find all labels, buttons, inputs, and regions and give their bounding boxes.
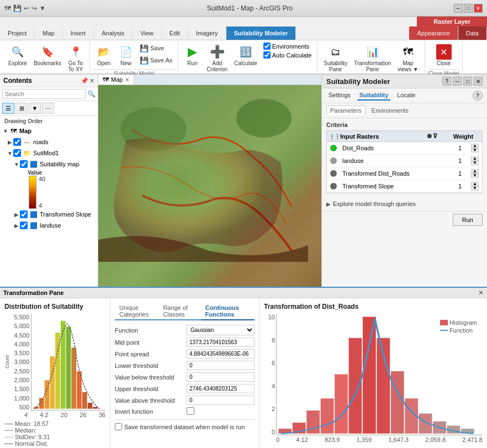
tab-appearance[interactable]: Appearance <box>409 27 458 40</box>
quick-access-dropdown[interactable]: ▼ <box>39 4 46 12</box>
transformed-slope-checkbox[interactable] <box>20 210 28 218</box>
weight-down-1[interactable]: ▼ <box>471 148 479 152</box>
contents-actions[interactable]: 📌 ✕ <box>81 77 94 85</box>
criteria-row-4[interactable]: Transformed Slope 1 ▲ ▼ <box>327 180 482 193</box>
goto-xy-button[interactable]: 📍 Go ToTo XY <box>65 43 86 74</box>
subtab-environments[interactable]: Environments <box>368 106 412 115</box>
run-model-button[interactable]: Run <box>453 214 483 226</box>
contents-search-bar[interactable]: 🔍 <box>0 87 98 101</box>
suitability-pane-button[interactable]: 🗂 SuitabilityPane <box>321 43 350 74</box>
weight-down-3[interactable]: ▼ <box>471 173 479 178</box>
list-view-button[interactable]: ☰ <box>2 103 14 114</box>
func-tab-continuous[interactable]: Continuous Functions <box>201 303 255 320</box>
weight-spinner-1[interactable]: ▲ ▼ <box>471 144 480 152</box>
lower-threshold-input[interactable] <box>187 361 255 370</box>
criteria-row-2[interactable]: landuse 1 ▲ ▼ <box>327 155 482 167</box>
map-views-button[interactable]: 🗺 Mapviews ▼ <box>395 43 421 74</box>
new-button[interactable]: 📄 New <box>115 43 136 68</box>
map-tab[interactable]: 🗺 Map ✕ <box>98 75 134 85</box>
weight-spinner-2[interactable]: ▲ ▼ <box>471 156 480 165</box>
expand-roads-icon[interactable]: ▶ <box>7 139 13 145</box>
auto-calculate-checkbox-row[interactable]: Auto Calculate <box>263 51 312 59</box>
subtab-parameters[interactable]: Parameters <box>326 106 366 115</box>
modeler-panel-controls[interactable]: ? ─ □ ✕ <box>442 77 483 86</box>
modeler-help-button[interactable]: ? <box>442 77 451 86</box>
quick-access-undo[interactable]: ↩ <box>24 4 29 12</box>
auto-calculate-checkbox[interactable] <box>263 51 271 59</box>
minimize-button[interactable]: ─ <box>454 4 463 13</box>
layer-suitability-map[interactable]: ▼ 🟦 Suitability map <box>0 159 98 170</box>
close-button[interactable]: ✕ <box>474 4 483 13</box>
tab-project[interactable]: Project <box>0 27 35 40</box>
transformation-pane-close-button[interactable]: ✕ <box>478 289 484 297</box>
close-model-button[interactable]: ✕ Close <box>433 43 454 68</box>
run-ribbon-button[interactable]: ▶ Run <box>182 43 203 68</box>
tab-suitability-modeler[interactable]: Suitability Modeler <box>226 27 297 40</box>
expand-suitmod1-icon[interactable]: ▼ <box>7 150 13 156</box>
more-options-button[interactable]: ··· <box>42 103 54 114</box>
title-bar-left-icons[interactable]: 🗺 💾 ↩ ↪ ▼ <box>4 4 46 12</box>
tab-edit[interactable]: Edit <box>162 27 188 40</box>
midpoint-value[interactable] <box>187 338 255 347</box>
thumbnail-view-button[interactable]: ⊞ <box>15 103 28 114</box>
tab-insert[interactable]: Insert <box>63 27 94 40</box>
header-add-controls[interactable]: ⊕ ⊽ <box>427 133 447 140</box>
calculate-button[interactable]: 🔢 Calculate <box>231 43 260 68</box>
save-transformed-checkbox[interactable] <box>115 423 122 430</box>
expand-trans-slope-icon[interactable]: ▶ <box>13 212 20 218</box>
modeler-min-button[interactable]: ─ <box>453 77 462 86</box>
tab-data[interactable]: Data <box>458 27 487 40</box>
save-as-button[interactable]: 💾 Save As <box>137 55 174 66</box>
weight-down-4[interactable]: ▼ <box>471 186 479 191</box>
window-controls[interactable]: ─ □ ✕ <box>454 4 483 13</box>
suitmod1-checkbox[interactable] <box>13 149 21 157</box>
weight-spinner-3[interactable]: ▲ ▼ <box>471 169 480 178</box>
criteria-row-3[interactable]: Transformed Dist_Roads 1 ▲ ▼ <box>327 167 482 180</box>
weight-spinner-4[interactable]: ▲ ▼ <box>471 182 480 191</box>
environments-checkbox-row[interactable]: Environments <box>263 43 312 50</box>
layer-map[interactable]: ▼ 🗺 Map <box>0 125 98 136</box>
invert-function-value[interactable] <box>187 407 255 416</box>
save-button[interactable]: 💾 Save <box>137 43 174 54</box>
tab-analysis[interactable]: Analysis <box>94 27 133 40</box>
value-above-value[interactable] <box>187 396 255 405</box>
tab-map[interactable]: Map <box>35 27 62 40</box>
transformation-pane-button[interactable]: 📊 TransformationPane <box>351 43 394 74</box>
tab-suitability[interactable]: Suitability <box>357 91 391 101</box>
roads-checkbox[interactable] <box>13 138 21 146</box>
value-above-input[interactable] <box>187 396 255 405</box>
save-row[interactable]: Save transformed dataset when model is r… <box>115 419 255 430</box>
search-input[interactable] <box>2 89 86 99</box>
weight-down-2[interactable]: ▼ <box>471 161 479 165</box>
layer-transformed-slope[interactable]: ▶ 🟦 Transformed Slope <box>0 209 98 220</box>
func-tab-unique[interactable]: Unique Categories <box>115 303 158 319</box>
pointspread-input[interactable] <box>187 349 255 359</box>
panel-help-button[interactable]: ? <box>473 91 483 101</box>
suitability-map-checkbox[interactable] <box>20 160 28 168</box>
expand-map-icon[interactable]: ▼ <box>2 128 9 134</box>
expand-landuse-icon[interactable]: ▶ <box>13 223 20 229</box>
midpoint-input[interactable] <box>187 338 255 347</box>
tab-settings[interactable]: Settings <box>326 91 353 101</box>
value-below-value[interactable] <box>187 372 255 382</box>
open-button[interactable]: 📂 Open <box>93 43 114 68</box>
landuse-checkbox[interactable] <box>20 222 28 229</box>
layer-landuse[interactable]: ▶ 🟦 landuse <box>0 220 98 231</box>
layer-suitmod1[interactable]: ▼ 📁 SuitMod1 <box>0 147 98 159</box>
map-tab-close-icon[interactable]: ✕ <box>125 77 129 83</box>
layer-roads[interactable]: ▶ — roads <box>0 136 98 147</box>
search-icon[interactable]: 🔍 <box>87 90 96 98</box>
modeler-close-button[interactable]: ✕ <box>474 77 483 86</box>
filter-button[interactable]: ▼ <box>29 103 41 114</box>
maximize-button[interactable]: □ <box>464 4 473 13</box>
pointspread-value[interactable] <box>187 349 255 359</box>
environments-checkbox[interactable] <box>263 43 271 50</box>
function-select[interactable]: Gaussian <box>187 325 255 335</box>
function-value[interactable]: Gaussian <box>187 325 255 335</box>
contents-pin-icon[interactable]: 📌 <box>81 77 88 85</box>
bookmarks-button[interactable]: 🔖 Bookmarks <box>31 43 64 68</box>
contents-close-icon[interactable]: ✕ <box>89 77 94 85</box>
func-tab-range[interactable]: Range of Classes <box>158 303 200 319</box>
quick-access-redo[interactable]: ↪ <box>31 4 37 12</box>
upper-threshold-input[interactable] <box>187 384 255 393</box>
